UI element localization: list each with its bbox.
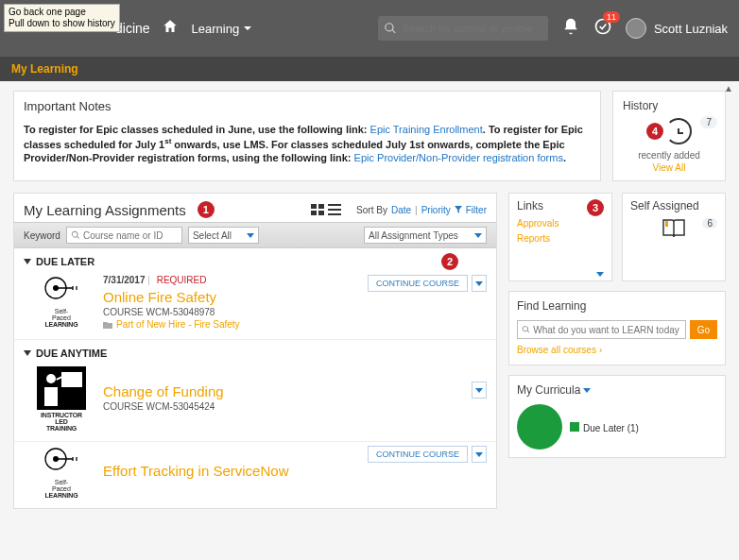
continue-course-button[interactable]: CONTINUE COURSE	[368, 275, 468, 292]
due-anytime-header[interactable]: DUE ANYTIME	[14, 340, 496, 363]
svg-rect-3	[311, 211, 317, 215]
brand-text: dicine	[115, 21, 150, 36]
go-button[interactable]: Go	[690, 320, 717, 339]
back-history-tooltip: Go back one page Pull down to show histo…	[4, 4, 120, 32]
svg-rect-2	[318, 204, 324, 209]
card-view-icon[interactable]	[311, 204, 324, 215]
course-item: Self-Paced LEARNING Effort Tracking in S…	[14, 442, 496, 508]
sort-by-date[interactable]: Date	[391, 205, 411, 215]
username-label[interactable]: Scott Luzniak	[654, 22, 728, 36]
course-title[interactable]: Effort Tracking in ServiceNow	[103, 463, 487, 479]
annotation-marker-4: 4	[646, 123, 663, 140]
filter-link[interactable]: Filter	[466, 205, 487, 215]
chevron-down-icon	[243, 24, 252, 33]
home-icon[interactable]	[162, 18, 179, 39]
browse-courses-link[interactable]: Browse all courses ›	[517, 345, 602, 355]
book-icon[interactable]	[662, 218, 686, 239]
history-viewall-link[interactable]: View All	[653, 162, 686, 173]
self-assigned-card: Self Assigned 6	[622, 193, 726, 281]
my-curricula-title[interactable]: My Curricula	[517, 383, 717, 397]
find-learning-title: Find Learning	[517, 299, 717, 313]
notes-text-1: To register for Epic classes scheduled i…	[24, 124, 370, 135]
view-toggle-group	[311, 204, 341, 215]
reports-link[interactable]: Reports	[517, 231, 604, 246]
caret-down-icon	[247, 233, 254, 238]
links-card: Links 3 Approvals Reports	[508, 193, 612, 281]
my-curricula-card: My Curricula Due Later (1)	[508, 375, 726, 458]
course-code: COURSE WCM-53048978	[103, 307, 487, 317]
selfpaced-icon: Self-Paced LEARNING	[24, 446, 99, 499]
important-notes-card: Important Notes To register for Epic cla…	[13, 91, 601, 181]
notif-badge: 11	[603, 11, 620, 23]
sort-controls: Sort By Date | Priority Filter	[356, 205, 487, 215]
assignment-types-dropdown[interactable]: All Assignment Types	[364, 227, 487, 244]
find-learning-search[interactable]	[517, 320, 686, 339]
legend-swatch	[570, 422, 579, 432]
keyword-search[interactable]	[66, 227, 182, 244]
assignments-panel: My Learning Assignments 1 Sort By Date |…	[13, 193, 497, 509]
epic-training-link[interactable]: Epic Training Enrollment	[370, 124, 483, 135]
curricula-pie-chart[interactable]	[517, 404, 562, 450]
caret-down-icon	[475, 281, 483, 286]
epic-registration-link[interactable]: Epic Provider/Non-Provider registration …	[354, 152, 563, 163]
links-expand-icon[interactable]	[596, 272, 604, 277]
svg-rect-1	[311, 204, 317, 209]
course-folder[interactable]: Part of New Hire - Fire Safety	[103, 319, 487, 330]
course-action-dropdown[interactable]	[472, 382, 487, 399]
svg-rect-5	[328, 204, 341, 206]
instructor-led-icon: INSTRUCTOR LED TRAINING	[24, 366, 99, 432]
page-subheader: My Learning	[0, 57, 739, 81]
select-all-dropdown[interactable]: Select All	[188, 227, 259, 244]
svg-rect-6	[328, 209, 341, 211]
important-notes-body: To register for Epic classes scheduled i…	[24, 123, 591, 165]
tooltip-line1: Go back one page	[9, 7, 115, 18]
page-title: My Learning	[11, 62, 78, 76]
todo-icon[interactable]: 11	[593, 17, 612, 40]
caret-down-icon	[24, 259, 31, 264]
course-action-dropdown[interactable]	[472, 446, 487, 463]
filter-bar: Keyword Select All All Assignment Types	[14, 222, 496, 248]
sort-by-priority[interactable]: Priority	[421, 205, 451, 215]
global-search[interactable]	[378, 16, 548, 41]
right-column: Links 3 Approvals Reports Self Assigned …	[508, 193, 726, 509]
history-clock-icon[interactable]	[665, 118, 692, 144]
caret-down-icon	[475, 452, 483, 457]
approvals-link[interactable]: Approvals	[517, 216, 604, 231]
svg-rect-12	[665, 221, 668, 227]
course-title[interactable]: Change of Funding	[103, 383, 487, 399]
selfpaced-icon: Self-Paced LEARNING	[24, 275, 99, 330]
tooltip-line2: Pull down to show history	[9, 18, 115, 29]
continue-course-button[interactable]: CONTINUE COURSE	[368, 446, 468, 463]
caret-down-icon	[583, 388, 591, 393]
list-view-icon[interactable]	[328, 204, 341, 215]
course-action-dropdown[interactable]	[472, 275, 487, 292]
search-input[interactable]	[403, 23, 542, 34]
caret-down-icon	[24, 350, 31, 356]
keyword-input[interactable]	[83, 230, 178, 241]
history-title: History	[623, 99, 715, 112]
due-anytime-label: DUE ANYTIME	[36, 348, 107, 359]
assignment-types-label: All Assignment Types	[369, 230, 458, 241]
due-later-header[interactable]: DUE LATER 2	[14, 248, 496, 271]
filter-icon	[455, 206, 462, 213]
course-item: INSTRUCTOR LED TRAINING Change of Fundin…	[14, 363, 496, 442]
course-due-date: 7/31/2017	[103, 275, 146, 285]
find-learning-card: Find Learning Go Browse all courses ›	[508, 291, 726, 365]
due-later-label: DUE LATER	[36, 256, 95, 267]
legend-label: Due Later (1)	[583, 423, 639, 433]
select-all-label: Select All	[193, 230, 232, 241]
find-learning-input[interactable]	[533, 325, 680, 335]
search-icon	[71, 230, 80, 240]
learning-menu[interactable]: Learning	[192, 22, 253, 36]
required-label: REQUIRED	[157, 275, 207, 285]
caret-down-icon	[475, 388, 483, 393]
avatar[interactable]	[626, 18, 646, 39]
bell-icon[interactable]	[561, 17, 580, 40]
history-card: History 4 7 recently added View All	[612, 91, 726, 181]
links-title: Links	[517, 199, 543, 212]
learning-menu-label: Learning	[192, 22, 240, 36]
history-subtitle: recently added	[623, 150, 715, 161]
course-item: Self-Paced LEARNING 7/31/2017 | REQUIRED…	[14, 271, 496, 340]
important-notes-title: Important Notes	[24, 99, 591, 113]
course-code: COURSE WCM-53045424	[103, 401, 487, 412]
